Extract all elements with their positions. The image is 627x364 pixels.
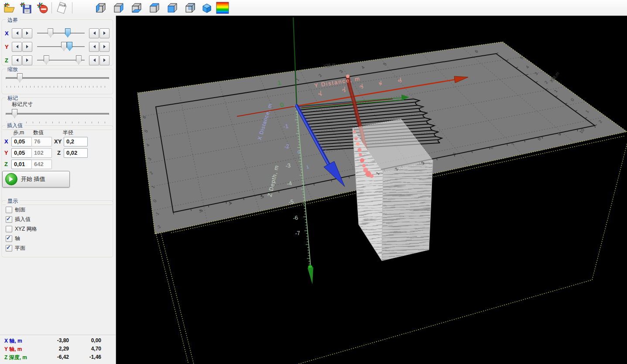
xyz-grid-checkbox-row[interactable]: XYZ 网格 (6, 225, 37, 233)
y-range-label: Y 轴, m (4, 346, 36, 354)
boundary-group-title: 边界 (6, 17, 20, 24)
x-range-label: X 轴, m (4, 337, 36, 346)
x-range-slider[interactable] (37, 28, 85, 38)
view-top-face-button[interactable] (148, 1, 161, 14)
zoom-group: 缩放 (2, 69, 113, 94)
report-button[interactable]: Rep (55, 1, 69, 14)
view-back-face-button[interactable] (184, 1, 197, 14)
xyz-grid-checkbox-label: XYZ 网格 (15, 225, 37, 233)
xy-radius-input[interactable]: 0,2 (64, 137, 88, 146)
x-count-field: 76 (31, 137, 52, 146)
view-front-face-button[interactable] (166, 1, 179, 14)
z-min-value: -6,42 (36, 354, 69, 362)
view-bottom-face-button[interactable] (130, 1, 143, 14)
zoom-thumb[interactable] (17, 73, 23, 82)
x-min-value: -3,80 (36, 337, 69, 346)
section-checkbox[interactable] (6, 207, 12, 213)
y-axis-label: Y (5, 44, 12, 50)
y-range-status-row: Y 轴, m 2,29 4,70 (4, 346, 112, 354)
cube-top-icon (149, 2, 160, 14)
z-range-label: Z 深度, m (4, 354, 36, 362)
zoom-slider-ticks (7, 86, 108, 88)
x-min-decrease-button[interactable] (12, 28, 22, 38)
z-max-increase-button[interactable] (99, 55, 110, 65)
plane-checkbox-row[interactable]: 平面 (6, 244, 25, 252)
start-interpolation-button[interactable]: 开始 插值 (2, 171, 70, 187)
cube-left-icon (95, 2, 106, 14)
view-3d-button[interactable] (200, 1, 213, 14)
x-max-decrease-button[interactable] (89, 28, 99, 38)
z-min-decrease-button[interactable] (12, 55, 22, 65)
marker-size-slider[interactable] (6, 109, 109, 119)
interpolated-checkbox-row[interactable]: 插入值 (6, 215, 31, 224)
z-max-value: -1,46 (69, 354, 101, 362)
save-project-button[interactable] (19, 1, 32, 14)
section-checkbox-row[interactable]: 刨面 (6, 205, 25, 214)
view-left-face-button[interactable] (94, 1, 107, 14)
toolbar-separator (72, 2, 72, 14)
xy-radius-label: XY (54, 138, 62, 145)
y-min-increase-button[interactable] (22, 42, 32, 52)
z-max-thumb[interactable] (76, 55, 82, 65)
scene-svg: Y Distance, mX Distance, mZ Depth, mY轴,m… (116, 16, 627, 364)
x-max-increase-button[interactable] (99, 28, 110, 38)
interp-y-label: Y (4, 150, 8, 156)
start-interpolation-label: 开始 插值 (21, 175, 45, 183)
x-max-value: 0,00 (69, 337, 101, 346)
delete-axes-icon (36, 2, 48, 14)
x-min-thumb[interactable] (48, 28, 53, 37)
y-max-decrease-button[interactable] (89, 42, 99, 52)
z-axis-label: Z (5, 57, 12, 64)
rep-document-icon: Rep (55, 1, 69, 14)
solid-cube-icon (201, 2, 212, 14)
interpolated-checkbox[interactable] (6, 216, 12, 223)
colormap-button[interactable] (216, 1, 229, 14)
xyz-grid-checkbox[interactable] (6, 226, 12, 232)
axes-checkbox-label: 轴 (15, 235, 20, 242)
boundary-row-x: X (5, 28, 110, 38)
axes-checkbox-row[interactable]: 轴 (6, 234, 20, 243)
display-group: 显示 刨面 插入值 XYZ 网格 轴 平面 (2, 201, 113, 257)
marker-size-thumb[interactable] (12, 109, 17, 118)
step-column-header: 步,m (13, 129, 24, 136)
folder-axes-icon (3, 2, 15, 14)
delete-model-button[interactable] (36, 1, 49, 14)
z-min-thumb[interactable] (44, 55, 49, 65)
x-min-increase-button[interactable] (22, 28, 32, 38)
x-max-thumb[interactable] (65, 28, 71, 37)
plane-checkbox[interactable] (6, 245, 12, 252)
view-right-face-button[interactable] (112, 1, 125, 14)
z-axis-depth-ticks: -2 (284, 143, 290, 150)
z-axis-arrowhead (308, 267, 313, 284)
y-step-input[interactable]: 0,05 (11, 148, 32, 158)
boundary-row-z: Z (5, 55, 110, 65)
interpolated-checkbox-label: 插入值 (15, 216, 31, 223)
x-step-input[interactable]: 0,05 (11, 137, 32, 146)
y-min-decrease-button[interactable] (12, 42, 22, 52)
radius-column-header: 半径 (63, 129, 73, 136)
z-max-decrease-button[interactable] (89, 55, 99, 65)
toolbar-separator (51, 2, 52, 14)
z-range-slider[interactable] (37, 55, 85, 65)
z-min-increase-button[interactable] (22, 55, 32, 65)
value-column-header: 数值 (33, 129, 44, 136)
y-min-thumb[interactable] (61, 42, 67, 51)
y-range-slider[interactable] (37, 41, 85, 52)
z-count-field: 642 (31, 160, 52, 169)
y-max-increase-button[interactable] (99, 42, 110, 52)
x-axis-label: X (5, 30, 12, 37)
toolbar: Rep (0, 0, 627, 16)
open-project-button[interactable] (3, 1, 16, 14)
z-radius-input[interactable]: 0,02 (64, 148, 88, 158)
z-range-status-row: Z 深度, m -6,42 -1,46 (4, 354, 112, 362)
x-range-status-row: X 轴, m -3,80 0,00 (4, 337, 112, 346)
interp-x-label: X (4, 138, 8, 145)
z-axis-depth-ticks: -1 (283, 123, 289, 130)
axes-checkbox[interactable] (6, 235, 12, 242)
scene-viewport[interactable]: Y Distance, mX Distance, mZ Depth, mY轴,m… (116, 16, 627, 364)
cube-bottom-icon (131, 2, 142, 14)
y-max-thumb[interactable] (67, 42, 72, 51)
z-step-input[interactable]: 0,01 (11, 160, 32, 169)
zoom-slider[interactable] (6, 73, 109, 83)
y-max-value: 4,70 (69, 346, 101, 354)
